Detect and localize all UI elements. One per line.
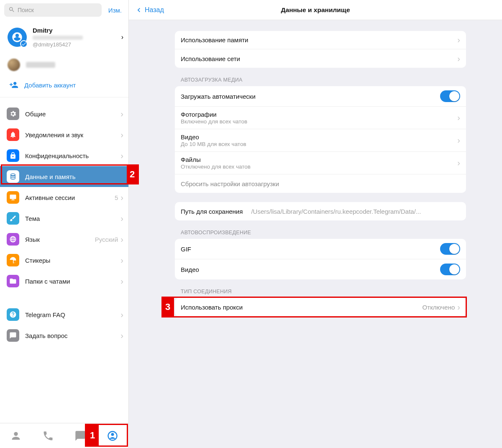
row-use-proxy[interactable]: Использовать прокси Отключено › [175,298,466,316]
row-label: Видео [181,133,455,141]
lock-icon [7,149,19,162]
sidebar: Поиск Изм. Dmitry @dmitry185427 › [0,0,129,448]
search-placeholder: Поиск [18,7,34,13]
tab-calls[interactable] [32,423,64,448]
chevron-right-icon: › [120,193,123,202]
main-content: Использование памяти › Использование сет… [129,20,502,448]
sidebar-item-notifications[interactable]: Уведомления и звук › [0,124,128,145]
tab-settings[interactable] [96,423,128,448]
row-videos[interactable]: Видео До 10 MB для всех чатов › [175,129,466,152]
row-save-path[interactable]: Путь для сохранения /Users/lisa/Library/… [175,202,466,220]
sidebar-item-language[interactable]: Язык Русский › [0,229,128,250]
row-gif-toggle[interactable]: GIF [175,239,466,259]
chevron-right-icon: › [457,136,460,145]
chevron-right-icon: › [120,276,123,286]
sessions-icon [7,191,19,204]
autodownload-card: Загружать автоматически Фотографии Включ… [175,86,466,193]
search-icon [8,6,15,14]
secondary-account-row[interactable] [0,54,128,75]
row-label: Использование сети [181,55,455,62]
row-autodownload-toggle[interactable]: Загружать автоматически [175,86,466,107]
sidebar-item-label: Активные сессии [25,194,115,201]
profile-text: Dmitry @dmitry185427 [33,27,121,48]
sidebar-item-data-storage[interactable]: Данные и память [0,166,128,187]
profile-handle: @dmitry185427 [33,41,121,48]
row-network-usage[interactable]: Использование сети › [175,49,466,68]
section-header-connection: ТИП СОЕДИНЕНИЯ [175,279,466,298]
sidebar-item-chat-folders[interactable]: Папки с чатами › [0,271,128,292]
row-video-toggle[interactable]: Видео [175,259,466,279]
page-title: Данные и хранилище [129,6,502,14]
profile-phone-blurred [33,36,83,40]
chevron-right-icon: › [120,130,123,140]
savepath-card: Путь для сохранения /Users/lisa/Library/… [175,202,466,220]
connection-card: Использовать прокси Отключено › [175,298,466,316]
toggle-video[interactable] [440,264,460,275]
row-label: Использование памяти [181,36,455,44]
sidebar-item-label: Конфиденциальность [25,152,120,159]
row-files[interactable]: Файлы Отключено для всех чатов › [175,152,466,174]
search-row: Поиск Изм. [0,0,128,20]
row-sublabel: Отключено для всех чатов [181,164,455,170]
add-account-row[interactable]: Добавить аккаунт [0,75,128,97]
row-label: Файлы [181,156,455,163]
chevron-right-icon: › [457,302,460,312]
row-photos[interactable]: Фотографии Включено для всех чатов › [175,107,466,129]
row-label: Загружать автоматически [181,93,440,100]
chevron-right-icon: › [120,331,123,340]
row-label: Видео [181,266,440,273]
chevron-right-icon: › [120,109,123,119]
sidebar-item-stickers[interactable]: Стикеры › [0,250,128,271]
chevron-right-icon: › [457,158,460,168]
row-reset-autodownload[interactable]: Сбросить настройки автозагрузки [175,174,466,193]
sidebar-item-label: Стикеры [25,257,120,264]
section-header-autodownload: АВТОЗАГРУЗКА МЕДИА [175,68,466,86]
sidebar-item-theme[interactable]: Тема › [0,208,128,229]
storage-icon [7,170,19,183]
search-input[interactable]: Поиск [4,3,102,17]
row-label: Использовать прокси [181,304,423,311]
chevron-right-icon: › [120,310,123,320]
usage-card: Использование памяти › Использование сет… [175,31,466,68]
row-label: Путь для сохранения [181,208,243,215]
sidebar-item-label: Язык [25,236,95,243]
sidebar-item-ask[interactable]: Задать вопрос › [0,325,128,346]
svg-point-2 [111,433,114,436]
back-button[interactable]: Назад [129,6,164,14]
profile-row[interactable]: Dmitry @dmitry185427 › [0,20,128,54]
sidebar-item-faq[interactable]: Telegram FAQ › [0,304,128,325]
add-account-label: Добавить аккаунт [24,82,76,89]
main-header: Назад Данные и хранилище [129,0,502,20]
gear-icon [7,108,19,120]
toggle-gif[interactable] [440,243,460,255]
sidebar-item-label: Telegram FAQ [25,311,120,318]
row-sublabel: Включено для всех чатов [181,118,455,125]
tab-chats[interactable] [64,423,97,448]
sidebar-item-sessions[interactable]: Активные сессии 5 › [0,187,128,208]
annotation-number-3: 3 [161,297,174,317]
brush-icon [7,212,19,225]
sidebar-item-label: Общие [25,110,120,118]
chevron-right-icon: › [457,35,460,45]
chevron-right-icon: › [120,151,123,161]
sidebar-item-general[interactable]: Общие › [0,103,128,124]
row-label: GIF [181,246,440,253]
profile-name: Dmitry [33,27,121,34]
row-label: Сбросить настройки автозагрузки [181,180,460,187]
globe-icon [7,233,19,246]
edit-button[interactable]: Изм. [106,5,124,15]
bell-icon [7,128,19,141]
chevron-right-icon: › [121,33,123,41]
folder-icon [7,275,19,287]
sidebar-item-label: Данные и память [25,173,123,180]
main-pane: Назад Данные и хранилище Использование п… [129,0,502,448]
sidebar-item-privacy[interactable]: Конфиденциальность › [0,145,128,166]
tab-contacts[interactable] [0,423,32,448]
section-header-autoplay: АВТОВОСПРОИЗВЕДЕНИЕ [175,220,466,239]
svg-point-0 [14,432,18,435]
chevron-right-icon: › [120,256,123,265]
toggle-autodownload[interactable] [440,90,460,102]
sidebar-item-value: 5 [115,194,118,201]
secondary-account-name-blurred [26,62,55,68]
row-storage-usage[interactable]: Использование памяти › [175,31,466,49]
